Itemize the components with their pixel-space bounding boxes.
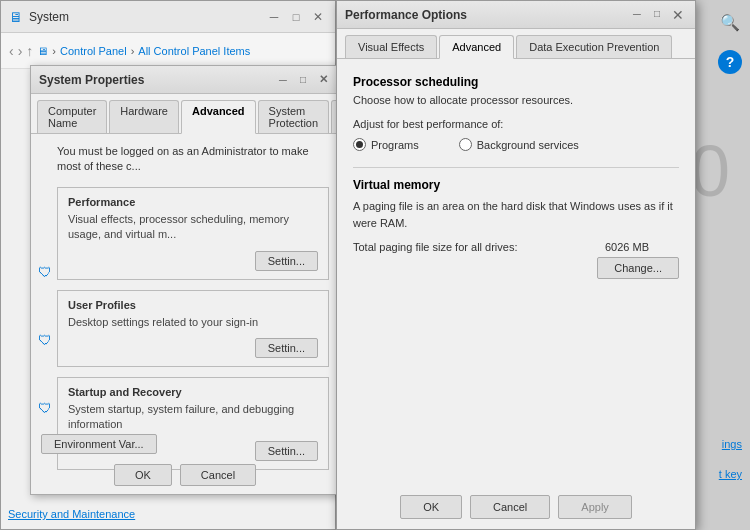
- cp-nav-bar: ‹ › ↑ 🖥 › Control Panel › All Control Pa…: [1, 33, 335, 69]
- sys-startup-settings-btn[interactable]: Settin...: [255, 441, 318, 461]
- cp-minimize-btn[interactable]: ─: [265, 8, 283, 26]
- perf-vm-info: Total paging file size for all drives: 6…: [353, 241, 679, 253]
- perf-radio-programs-label: Programs: [371, 139, 419, 151]
- sys-close-btn[interactable]: ✕: [315, 72, 331, 88]
- perf-radio-label: Adjust for best performance of:: [353, 118, 679, 130]
- perf-minimize-btn[interactable]: ─: [629, 6, 645, 22]
- sys-tab-advanced[interactable]: Advanced: [181, 100, 256, 134]
- sys-startup-section: Startup and Recovery System startup, sys…: [57, 377, 329, 470]
- perf-radio-background-label: Background services: [477, 139, 579, 151]
- perf-tab-advanced[interactable]: Advanced: [439, 35, 514, 59]
- perf-vm-section: Virtual memory A paging file is an area …: [353, 178, 679, 279]
- breadcrumb-icon: 🖥: [37, 45, 48, 57]
- perf-apply-btn[interactable]: Apply: [558, 495, 632, 519]
- nav-back-btn[interactable]: ‹: [9, 43, 14, 59]
- search-icon[interactable]: 🔍: [718, 10, 742, 34]
- perf-vm-total-value: 6026 MB: [605, 241, 649, 253]
- sys-tab-hardware[interactable]: Hardware: [109, 100, 179, 133]
- sys-admin-notice: You must be logged on as an Administrato…: [57, 144, 329, 175]
- perf-vm-total-label: Total paging file size for all drives:: [353, 241, 517, 253]
- cp-breadcrumb-sep2: ›: [131, 45, 135, 57]
- perf-proc-scheduling-title: Processor scheduling: [353, 75, 679, 89]
- shield-icon-2: 🛡: [37, 332, 53, 348]
- sys-performance-section: Performance Visual effects, processor sc…: [57, 187, 329, 280]
- sys-startup-title: Startup and Recovery: [68, 386, 318, 398]
- cp-title: System: [29, 10, 69, 24]
- cp-maximize-btn[interactable]: □: [287, 8, 305, 26]
- breadcrumb: 🖥 › Control Panel › All Control Panel It…: [37, 45, 250, 57]
- sys-maximize-btn[interactable]: □: [295, 72, 311, 88]
- sys-minimize-btn[interactable]: ─: [275, 72, 291, 88]
- sys-titlebar: System Properties ─ □ ✕: [31, 66, 339, 94]
- sys-bottom-buttons: OK Cancel: [31, 464, 339, 486]
- sys-env-variables-btn[interactable]: Environment Var...: [41, 434, 157, 454]
- radio-programs-circle[interactable]: [353, 138, 366, 151]
- perf-titlebar: Performance Options ─ □ ✕: [337, 1, 695, 29]
- perf-body: Processor scheduling Choose how to alloc…: [337, 59, 695, 295]
- perf-radio-group: Adjust for best performance of: Programs…: [353, 118, 679, 151]
- perf-radios: Programs Background services: [353, 138, 679, 151]
- cp-breadcrumb-sep1: ›: [52, 45, 56, 57]
- perf-divider: [353, 167, 679, 168]
- sys-user-title: User Profiles: [68, 299, 318, 311]
- cp-close-btn[interactable]: ✕: [309, 8, 327, 26]
- performance-options-dialog: Performance Options ─ □ ✕ Visual Effects…: [336, 0, 696, 530]
- perf-vm-desc: A paging file is an area on the hard dis…: [353, 198, 679, 231]
- sys-startup-desc: System startup, system failure, and debu…: [68, 402, 318, 433]
- sys-tabs: Computer Name Hardware Advanced System P…: [31, 94, 339, 134]
- sys-tab-computer-name[interactable]: Computer Name: [37, 100, 107, 133]
- sys-perf-desc: Visual effects, processor scheduling, me…: [68, 212, 318, 243]
- breadcrumb-cp[interactable]: Control Panel: [60, 45, 127, 57]
- perf-tab-dep[interactable]: Data Execution Prevention: [516, 35, 672, 58]
- cp-window-icon: 🖥: [9, 9, 23, 25]
- security-maintenance-link[interactable]: Security and Maintenance: [8, 508, 135, 520]
- perf-change-btn[interactable]: Change...: [597, 257, 679, 279]
- sys-perf-title: Performance: [68, 196, 318, 208]
- radio-background-circle[interactable]: [459, 138, 472, 151]
- help-icon[interactable]: ?: [718, 50, 742, 74]
- sys-ok-btn[interactable]: OK: [114, 464, 172, 486]
- shield-icon-1: 🛡: [37, 264, 53, 280]
- sys-title: System Properties: [39, 73, 144, 87]
- perf-tab-visual-effects[interactable]: Visual Effects: [345, 35, 437, 58]
- cp-titlebar: 🖥 System ─ □ ✕: [1, 1, 335, 33]
- perf-ok-btn[interactable]: OK: [400, 495, 462, 519]
- breadcrumb-all[interactable]: All Control Panel Items: [138, 45, 250, 57]
- perf-maximize-btn[interactable]: □: [649, 6, 665, 22]
- sys-user-profiles-section: User Profiles Desktop settings related t…: [57, 290, 329, 367]
- perf-proc-scheduling-desc: Choose how to allocate processor resourc…: [353, 93, 679, 108]
- perf-cancel-btn[interactable]: Cancel: [470, 495, 550, 519]
- system-properties-dialog: System Properties ─ □ ✕ Computer Name Ha…: [30, 65, 340, 495]
- shield-icons-list: 🛡 🛡 🛡: [37, 264, 53, 416]
- perf-close-btn[interactable]: ✕: [669, 6, 687, 24]
- perf-radio-background[interactable]: Background services: [459, 138, 579, 151]
- perf-vm-title: Virtual memory: [353, 178, 679, 192]
- sys-user-settings-btn[interactable]: Settin...: [255, 338, 318, 358]
- nav-up-btn[interactable]: ↑: [26, 43, 33, 59]
- shield-icon-3: 🛡: [37, 400, 53, 416]
- sys-tab-system-protection[interactable]: System Protection: [258, 100, 330, 133]
- right-settings-link[interactable]: ings: [722, 438, 742, 450]
- perf-title: Performance Options: [345, 8, 467, 22]
- perf-radio-programs[interactable]: Programs: [353, 138, 419, 151]
- sys-perf-settings-btn[interactable]: Settin...: [255, 251, 318, 271]
- nav-forward-btn[interactable]: ›: [18, 43, 23, 59]
- sys-cancel-btn[interactable]: Cancel: [180, 464, 256, 486]
- perf-tabs: Visual Effects Advanced Data Execution P…: [337, 29, 695, 59]
- sys-user-desc: Desktop settings related to your sign-in: [68, 315, 318, 330]
- perf-bottom-buttons: OK Cancel Apply: [337, 495, 695, 519]
- right-bottom-link[interactable]: t key: [719, 468, 742, 480]
